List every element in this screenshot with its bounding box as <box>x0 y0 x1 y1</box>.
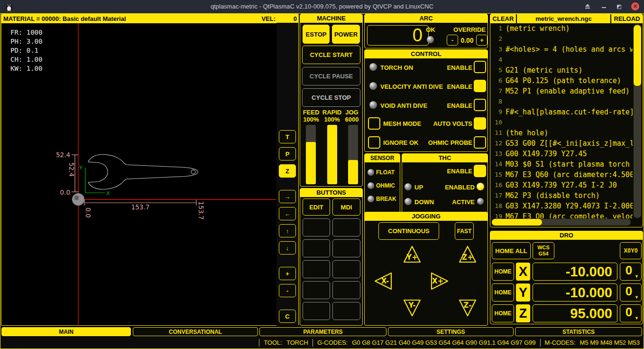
restore-button[interactable] <box>615 3 623 10</box>
status-divider <box>540 339 541 347</box>
jog-slider[interactable] <box>348 125 358 184</box>
wrench-outline <box>88 154 198 189</box>
override-label: OVERRIDE <box>451 26 488 33</box>
axis-x-label: X <box>106 190 110 197</box>
zero-z-button[interactable]: 0 ▼ <box>620 304 642 322</box>
tab-conversational[interactable]: CONVERSATIONAL <box>133 327 258 336</box>
power-button[interactable]: POWER <box>332 25 360 44</box>
sensor-panel-title: SENSOR <box>365 154 400 162</box>
user-button-10[interactable] <box>332 302 360 320</box>
gcode-line: 19M67 E3 Q0 (arc complete, veloc <box>491 211 633 218</box>
gcode-line: 5G21 (metric units) <box>491 65 633 75</box>
gcode-vertical-scrollbar-thumb[interactable] <box>634 25 641 86</box>
thc-active-led <box>477 198 484 205</box>
control-panel-title: CONTROL <box>365 50 488 58</box>
torch-enable-checkbox[interactable] <box>474 61 486 73</box>
jog-continuous-button[interactable]: CONTINUOUS <box>378 222 439 240</box>
home-z-button[interactable]: HOME <box>492 304 514 322</box>
gcode-vertical-scrollbar[interactable] <box>634 24 641 218</box>
tab-statistics[interactable]: STATISTICS <box>515 327 642 336</box>
gcode-viewer[interactable]: 1(metric wrench) 2 3#<holes> = 4 (holes … <box>491 23 633 218</box>
home-x-button[interactable]: HOME <box>492 263 514 281</box>
side-button-clear[interactable]: C <box>279 310 296 323</box>
jog-fast-button[interactable]: FAST <box>455 222 474 240</box>
ohmic-probe-label: OHMIC PROBE <box>415 139 472 146</box>
gcode-clear-button[interactable]: CLEAR <box>490 14 516 23</box>
eject-icon[interactable] <box>583 3 592 10</box>
x0y0-button[interactable]: X0Y0 <box>620 242 642 259</box>
edit-button[interactable]: EDIT <box>303 198 330 216</box>
home-all-button[interactable]: HOME ALL <box>492 242 531 259</box>
jog-x-plus-label: X+ <box>432 277 443 285</box>
velocity-enable-checkbox[interactable] <box>474 80 486 92</box>
dim-width: 153.7 <box>131 203 150 211</box>
gcode-line: 18G03 X147.3280 Y29.4073 I-2.000 <box>491 201 633 211</box>
zero-x-button[interactable]: 0 ▼ <box>620 263 642 281</box>
zero-y-button[interactable]: 0 ▼ <box>620 283 642 302</box>
cut-parameters-readout: FR: 1000 PH: 3.00 PD: 0.1 CH: 1.00 KW: 1… <box>10 28 42 73</box>
jog-x-plus-button[interactable]: X+ <box>429 271 450 291</box>
ignore-ok-checkbox[interactable] <box>368 136 380 149</box>
ohmic-probe-checkbox[interactable] <box>474 136 486 149</box>
gcode-line: 10 <box>491 117 633 128</box>
jog-z-minus-button[interactable]: Z- <box>458 297 478 318</box>
user-button-3[interactable] <box>303 239 330 257</box>
gcode-line: 11(the hole) <box>491 128 633 138</box>
zero-y-dropdown-caret: ▼ <box>635 295 639 300</box>
user-button-2[interactable] <box>332 218 360 236</box>
user-button-6[interactable] <box>332 260 360 278</box>
gcode-line: 4 <box>491 55 633 65</box>
side-button-z[interactable]: Z <box>279 164 296 178</box>
gcode-horizontal-scrollbar-thumb[interactable] <box>492 219 542 226</box>
jog-y-plus-button[interactable]: Y+ <box>402 244 422 265</box>
wcs-button[interactable]: WCS G54 <box>533 242 554 259</box>
gcode-reload-button[interactable]: RELOAD <box>611 14 643 23</box>
side-button-zoom-in[interactable]: + <box>279 267 296 280</box>
user-button-8[interactable] <box>332 281 360 299</box>
user-button-9[interactable] <box>303 302 330 320</box>
user-button-1[interactable] <box>303 218 330 236</box>
cycle-pause-button[interactable]: CYCLE PAUSE <box>302 67 360 85</box>
auto-volts-checkbox[interactable] <box>474 117 486 130</box>
gcodes-label: G-CODES: <box>317 339 348 346</box>
close-button[interactable]: ✕ <box>631 2 639 10</box>
side-button-arrow-right[interactable]: → <box>279 190 296 203</box>
axis-x-badge: X <box>516 263 530 281</box>
material-selector[interactable]: MATERIAL = 00000: Basic default Material <box>1 15 126 22</box>
dim-zero-bottom: 0.0 <box>84 208 92 217</box>
jog-y-minus-button[interactable]: Y- <box>402 297 422 318</box>
cycle-stop-button[interactable]: CYCLE STOP <box>302 88 360 107</box>
jog-x-minus-button[interactable]: X- <box>373 271 394 291</box>
gcode-line: 6G64 P0.125 (path tolerance) <box>491 75 633 86</box>
break-led <box>368 196 374 202</box>
user-button-4[interactable] <box>332 239 360 257</box>
user-button-7[interactable] <box>303 281 330 299</box>
estop-button[interactable]: ESTOP <box>303 25 330 44</box>
jog-z-plus-button[interactable]: Z+ <box>458 244 478 265</box>
override-minus-button[interactable]: - <box>447 35 458 46</box>
side-button-arrow-down[interactable]: ↓ <box>279 241 296 255</box>
side-button-p[interactable]: P <box>279 147 296 160</box>
tab-parameters[interactable]: PARAMETERS <box>259 327 386 336</box>
side-button-zoom-out[interactable]: - <box>279 284 296 297</box>
thc-enable-checkbox[interactable] <box>474 165 486 177</box>
cycle-start-button[interactable]: CYCLE START <box>302 46 360 64</box>
override-plus-button[interactable]: + <box>476 35 488 46</box>
feed-value: 100% <box>300 116 322 123</box>
feed-slider[interactable] <box>306 125 316 184</box>
home-y-button[interactable]: HOME <box>492 283 514 302</box>
tab-settings[interactable]: SETTINGS <box>388 327 514 336</box>
material-bar[interactable]: MATERIAL = 00000: Basic default Material… <box>1 14 298 23</box>
mdi-button[interactable]: MDI <box>332 198 360 216</box>
side-button-arrow-left[interactable]: ← <box>279 207 296 220</box>
tab-main[interactable]: MAIN <box>1 327 131 336</box>
minimize-button[interactable] <box>599 3 608 10</box>
side-button-t[interactable]: T <box>279 130 296 143</box>
mesh-mode-checkbox[interactable] <box>368 117 380 130</box>
void-enable-checkbox[interactable] <box>474 99 486 111</box>
gcode-horizontal-scrollbar[interactable] <box>492 219 631 226</box>
user-button-5[interactable] <box>303 260 330 278</box>
side-button-arrow-up[interactable]: ↑ <box>279 224 296 237</box>
rapid-slider[interactable] <box>327 125 337 184</box>
gcode-line: 8 <box>491 96 633 107</box>
